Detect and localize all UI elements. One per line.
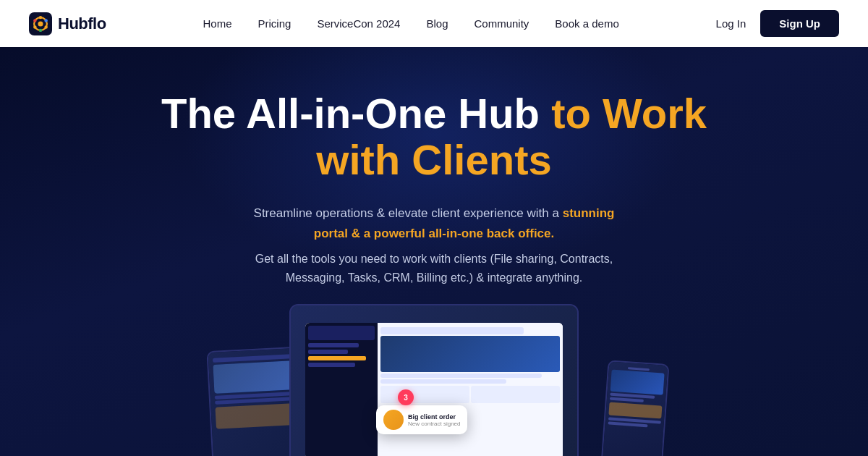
device-right [600, 360, 670, 456]
nav-auth: Log In Sign Up [716, 10, 839, 37]
floating-card: Big client order New contract signed [376, 405, 467, 434]
hero-subtitle: Streamline operations & elevate client e… [239, 203, 629, 244]
svg-point-8 [33, 19, 36, 22]
device-mockup-container: Big client order New contract signed 3 [181, 333, 687, 456]
logo-text: Hubflo [58, 14, 106, 33]
nav-links: Home Pricing ServiceCon 2024 Blog Commun… [203, 17, 619, 30]
nav-demo[interactable]: Book a demo [555, 17, 618, 30]
logo-link[interactable]: Hubflo [29, 12, 106, 35]
card-avatar [383, 410, 404, 430]
svg-point-4 [44, 19, 47, 22]
nav-home[interactable]: Home [203, 17, 232, 30]
svg-point-7 [33, 25, 36, 28]
notification-badge: 3 [398, 389, 414, 405]
svg-point-2 [38, 21, 43, 26]
screen-sidebar [305, 323, 378, 456]
svg-point-5 [44, 25, 47, 28]
hero-subtitle-normal: Streamline operations & elevate client e… [254, 206, 563, 220]
card-text: Big client order New contract signed [408, 413, 460, 427]
hero-description: Get all the tools you need to work with … [246, 250, 622, 288]
card-title: Big client order [408, 413, 460, 421]
card-subtitle: New contract signed [408, 421, 460, 427]
signup-button[interactable]: Sign Up [760, 10, 839, 37]
login-button[interactable]: Log In [716, 17, 746, 30]
device-right-screen [602, 361, 668, 456]
hero-section: The All-in-One Hub to Work with Clients … [0, 47, 868, 456]
navbar: Hubflo Home Pricing ServiceCon 2024 Blog… [0, 0, 868, 47]
nav-servicecon[interactable]: ServiceCon 2024 [317, 17, 400, 30]
nav-pricing[interactable]: Pricing [258, 17, 292, 30]
svg-point-3 [39, 15, 42, 18]
svg-point-6 [39, 28, 42, 31]
hubflo-logo-icon [29, 12, 52, 35]
nav-community[interactable]: Community [475, 17, 529, 30]
nav-blog[interactable]: Blog [426, 17, 448, 30]
screen-inner [305, 323, 563, 456]
hero-title-part1: The All-in-One Hub [161, 90, 551, 137]
hero-title: The All-in-One Hub to Work with Clients [152, 90, 716, 183]
